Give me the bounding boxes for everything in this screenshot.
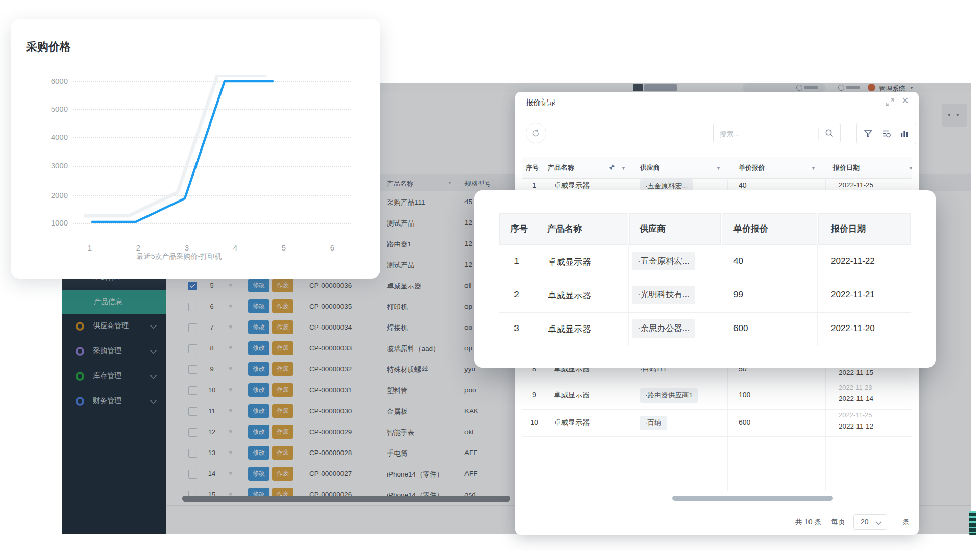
sort-caret-icon[interactable]: ▼ [621, 166, 626, 171]
screen: 管理系统 ▼ 基础管理 产品信息 供应商管理 采购管理 库存管理 财务管理 [0, 0, 980, 551]
search-box [713, 123, 841, 143]
cell-date: 2022-11-14 [839, 395, 873, 403]
chart-caption: 最近5次产品采购价-打印机 [72, 252, 286, 261]
cell-price: 600 [739, 418, 750, 427]
table-row[interactable]: 3 卓威显示器 ·余思办公器... 600 2022-11-20 [499, 312, 911, 346]
zoomed-table-card: 序号 产品名称 供应商 单价报价 报价日期 1 卓威显示器 ·五金原料宏... … [474, 190, 936, 368]
y-tick-label: 1000 [26, 218, 68, 227]
x-tick-label: 2 [132, 243, 144, 252]
supplier-chip[interactable]: ·百纳 [640, 416, 667, 430]
y-tick-label: 2000 [26, 191, 68, 199]
expand-icon[interactable] [886, 98, 894, 106]
cell-price: 40 [739, 181, 747, 189]
supplier-chip[interactable]: ·余思办公器... [632, 319, 695, 338]
cell-date: 2022-11-12 [839, 422, 873, 430]
cell-date-ghost: 2022-11-25 [839, 411, 872, 419]
cell-date: 2022-11-15 [839, 369, 873, 377]
bar-chart-icon[interactable] [900, 129, 909, 138]
close-icon[interactable]: × [902, 94, 909, 107]
column-header-num: 序号 [510, 223, 528, 235]
pagination-unit: 条 [902, 518, 910, 527]
column-header-product: 产品名称 [547, 223, 582, 235]
modal-title: 报价记录 [526, 98, 556, 108]
per-page-select[interactable]: 20 [853, 514, 887, 530]
x-tick-label: 5 [278, 243, 290, 252]
y-tick-label: 6000 [26, 77, 68, 85]
x-tick-label: 3 [181, 243, 193, 252]
y-tick-label: 3000 [26, 161, 68, 170]
cell-price: 600 [733, 323, 748, 334]
table-row[interactable]: 1 卓威显示器 ·五金原料宏... 40 2022-11-25 [522, 178, 912, 190]
supplier-chip[interactable]: ·路由器供应商1 [640, 388, 698, 403]
pagination-total: 共 10 条 [795, 518, 821, 527]
pin-icon[interactable] [608, 164, 615, 170]
refresh-button[interactable] [526, 123, 546, 143]
price-line-series [73, 75, 359, 248]
modal-horizontal-scrollbar[interactable] [672, 496, 833, 501]
column-header-price[interactable]: 单价报价 [739, 163, 765, 172]
x-tick-label: 4 [229, 243, 241, 252]
cell-product: 卓威显示器 [554, 391, 590, 400]
y-tick-label: 5000 [26, 105, 68, 113]
cell-product: 卓威显示器 [554, 418, 590, 428]
cell-product: 卓威显示器 [548, 290, 591, 302]
x-tick-label: 1 [84, 243, 96, 252]
column-header-supplier[interactable]: 供应商 [640, 163, 660, 172]
cell-product: 卓威显示器 [554, 181, 590, 190]
side-widget-handle[interactable] [969, 511, 976, 535]
filter-icon[interactable] [864, 129, 873, 138]
chart-title: 采购价格 [26, 39, 71, 55]
column-settings-icon[interactable] [881, 129, 891, 138]
column-header-product[interactable]: 产品名称 [548, 163, 574, 172]
refresh-icon [531, 128, 541, 138]
column-header-price: 单价报价 [733, 223, 768, 235]
column-header-supplier: 供应商 [640, 223, 666, 235]
cell-product: 卓威显示器 [548, 323, 591, 335]
table-row[interactable]: 2 卓威显示器 ·光明科技有... 99 2022-11-21 [499, 279, 911, 313]
cell-index: 9 [528, 391, 541, 399]
divider [896, 128, 896, 139]
column-header-date[interactable]: 报价日期 [833, 163, 860, 172]
purchase-price-chart-card: 采购价格 6000 5000 4000 3000 2000 1000 1 2 3… [11, 19, 380, 279]
cell-price: 99 [733, 290, 743, 300]
per-page-value: 20 [861, 518, 869, 526]
chevron-down-icon [875, 519, 882, 525]
cell-date: 2022-11-25 [839, 181, 873, 189]
supplier-chip[interactable]: ·光明科技有... [632, 286, 695, 304]
cell-index: 2 [510, 290, 523, 300]
pagination-per-page-label: 每页 [831, 518, 845, 527]
cell-price: 40 [733, 256, 743, 266]
cell-date: 2022-11-20 [831, 323, 875, 334]
cell-index: 1 [510, 256, 523, 266]
divider [877, 128, 877, 139]
table-row[interactable]: 9 卓威显示器 ·路由器供应商1 100 2022-11-23 2022-11-… [522, 382, 912, 410]
cell-product: 卓威显示器 [548, 256, 591, 268]
search-icon[interactable] [825, 129, 834, 138]
cell-date-ghost: 2022-11-23 [839, 384, 872, 391]
column-header-date: 报价日期 [831, 223, 866, 235]
sort-caret-icon[interactable]: ▼ [811, 166, 816, 171]
search-input[interactable] [719, 127, 807, 141]
divider [818, 128, 819, 140]
cell-index: 10 [528, 418, 541, 427]
sort-caret-icon[interactable]: ▼ [716, 166, 721, 171]
cell-index: 1 [528, 181, 541, 189]
cell-price: 100 [739, 391, 750, 399]
supplier-chip[interactable]: ·五金原料宏... [632, 252, 695, 270]
supplier-chip[interactable]: ·五金原料宏... [640, 179, 693, 190]
table-row[interactable]: 1 卓威显示器 ·五金原料宏... 40 2022-11-22 [499, 245, 911, 279]
x-tick-label: 6 [326, 243, 338, 252]
cell-date: 2022-11-22 [831, 256, 875, 266]
table-toolbar [856, 123, 916, 144]
cell-index: 3 [510, 323, 523, 334]
table-row[interactable]: 10 卓威显示器 ·百纳 600 2022-11-25 2022-11-12 [522, 409, 912, 437]
sort-caret-icon[interactable]: ▼ [909, 166, 913, 171]
cell-date: 2022-11-21 [831, 290, 875, 300]
y-tick-label: 4000 [26, 133, 68, 141]
column-header-num[interactable]: 序号 [526, 163, 539, 172]
